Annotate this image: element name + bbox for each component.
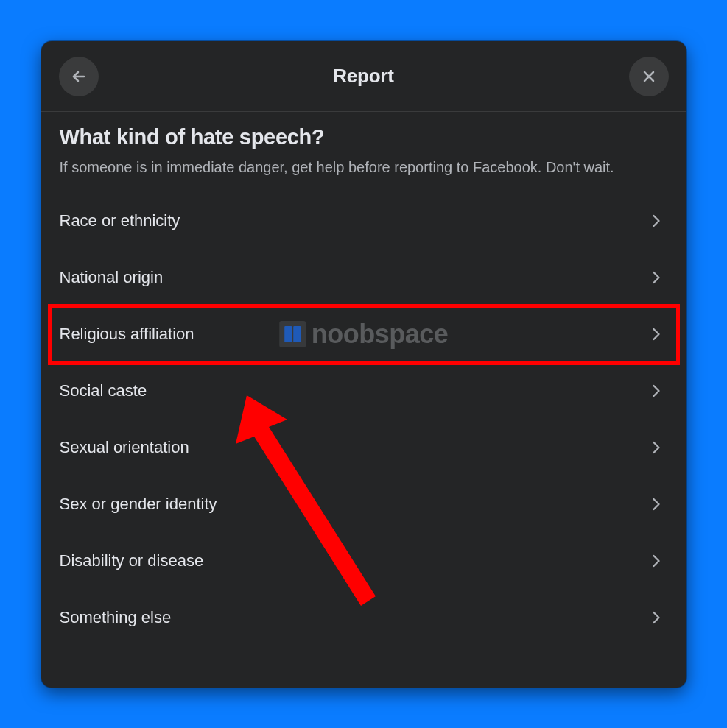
option-label: Disability or disease — [60, 551, 204, 570]
option-religious-affiliation[interactable]: Religious affiliation noobspace — [50, 306, 678, 363]
option-label: Sexual orientation — [60, 438, 189, 457]
option-sexual-orientation[interactable]: Sexual orientation — [50, 420, 678, 476]
option-race-ethnicity[interactable]: Race or ethnicity — [50, 193, 678, 250]
option-label: National origin — [60, 268, 164, 287]
watermark-logo-icon — [279, 321, 306, 347]
option-disability-disease[interactable]: Disability or disease — [50, 533, 678, 590]
back-button[interactable] — [59, 57, 99, 96]
chevron-right-icon — [646, 381, 667, 401]
chevron-right-icon — [646, 607, 667, 628]
options-list: Race or ethnicity National origin Religi… — [50, 193, 678, 646]
watermark-text: noobspace — [312, 319, 449, 350]
chevron-right-icon — [646, 494, 667, 515]
chevron-right-icon — [646, 551, 667, 571]
option-label: Social caste — [60, 381, 147, 400]
chevron-right-icon — [646, 324, 667, 344]
option-label: Race or ethnicity — [60, 211, 180, 230]
option-label: Religious affiliation — [60, 325, 194, 344]
option-social-caste[interactable]: Social caste — [50, 363, 678, 420]
dialog-body: What kind of hate speech? If someone is … — [41, 112, 686, 654]
option-label: Sex or gender identity — [60, 495, 217, 514]
option-national-origin[interactable]: National origin — [50, 250, 678, 306]
chevron-right-icon — [646, 267, 667, 288]
arrow-left-icon — [70, 68, 88, 85]
report-dialog: Report What kind of hate speech? If some… — [41, 41, 686, 688]
close-icon — [640, 68, 658, 85]
option-sex-gender-identity[interactable]: Sex or gender identity — [50, 476, 678, 533]
dialog-header: Report — [41, 41, 686, 112]
chevron-right-icon — [646, 437, 667, 458]
question-heading: What kind of hate speech? — [60, 125, 668, 149]
watermark: noobspace — [279, 319, 449, 350]
chevron-right-icon — [646, 211, 667, 231]
close-button[interactable] — [629, 57, 669, 96]
option-label: Something else — [60, 608, 172, 627]
dialog-title: Report — [333, 65, 394, 88]
option-something-else[interactable]: Something else — [50, 590, 678, 646]
subtext: If someone is in immediate danger, get h… — [60, 157, 668, 178]
